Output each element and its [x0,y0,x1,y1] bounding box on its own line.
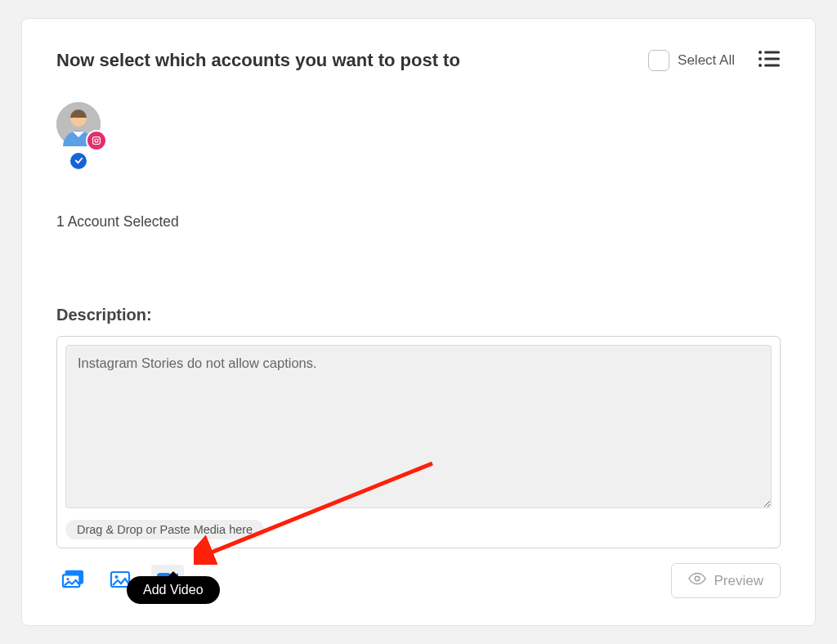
description-label: Description: [56,306,781,324]
svg-point-10 [98,138,99,139]
instagram-icon [87,132,105,150]
preview-label: Preview [714,573,763,589]
preview-button[interactable]: Preview [671,563,781,598]
add-video-tooltip: Add Video [127,576,220,604]
avatar-wrap [56,102,101,146]
svg-point-15 [115,575,119,579]
selected-check-badge [70,153,87,169]
accounts-list [56,102,781,169]
header-row: Now select which accounts you want to po… [56,50,781,71]
svg-rect-8 [93,137,101,145]
svg-rect-3 [764,58,780,60]
media-drop-hint[interactable]: Drag & Drop or Paste Media here [65,520,264,539]
svg-point-2 [759,57,762,60]
select-all-group: Select All [648,50,735,71]
add-gallery-button[interactable] [56,565,89,597]
header-actions: Select All [648,50,781,71]
list-view-toggle[interactable] [758,50,781,71]
svg-point-4 [759,64,762,67]
gallery-icon [61,570,84,593]
page-title: Now select which accounts you want to po… [56,50,460,71]
svg-point-13 [66,577,69,579]
select-all-checkbox[interactable] [648,50,669,71]
svg-rect-5 [764,65,780,67]
account-item[interactable] [56,102,101,169]
select-all-label: Select All [678,52,735,69]
eye-icon [688,572,706,589]
selected-count-text: 1 Account Selected [56,213,781,230]
post-composer-card: Now select which accounts you want to po… [21,18,816,626]
description-editor: Drag & Drop or Paste Media here [56,336,781,548]
tooltip-label: Add Video [127,576,220,604]
svg-rect-1 [764,51,780,54]
description-textarea[interactable] [65,345,772,508]
check-icon [74,154,83,168]
list-icon [758,56,781,70]
svg-point-9 [95,139,98,142]
svg-point-17 [695,576,700,581]
svg-point-0 [759,51,762,54]
